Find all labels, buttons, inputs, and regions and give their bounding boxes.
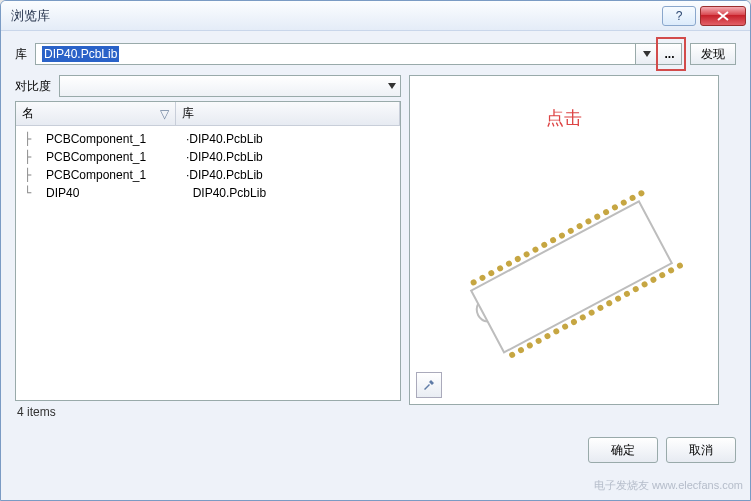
- cancel-button[interactable]: 取消: [666, 437, 736, 463]
- window-buttons: ?: [662, 6, 746, 26]
- svg-point-35: [632, 285, 640, 293]
- ok-button[interactable]: 确定: [588, 437, 658, 463]
- svg-point-16: [602, 208, 610, 216]
- library-field: DIP40.PcbLib ...: [35, 43, 682, 65]
- tree-branch-icon: ├: [24, 150, 46, 164]
- svg-point-14: [584, 217, 592, 225]
- svg-point-5: [505, 260, 513, 268]
- svg-point-19: [629, 194, 637, 202]
- svg-point-7: [523, 250, 531, 258]
- contrast-select[interactable]: [59, 75, 401, 97]
- ellipsis-icon: ...: [664, 47, 674, 61]
- svg-point-40: [676, 262, 684, 270]
- svg-point-25: [543, 332, 551, 340]
- svg-point-29: [579, 313, 587, 321]
- titlebar: 浏览库 ?: [1, 1, 750, 31]
- svg-point-34: [623, 290, 631, 298]
- library-row: 库 DIP40.PcbLib ... 发现: [15, 43, 736, 65]
- help-icon: ?: [676, 9, 683, 23]
- svg-rect-0: [471, 201, 672, 352]
- svg-point-21: [508, 351, 516, 359]
- ok-label: 确定: [611, 443, 635, 457]
- svg-point-37: [649, 276, 657, 284]
- tree-branch-icon: ├: [24, 168, 46, 182]
- watermark-text: 电子发烧友 www.elecfans.com: [594, 478, 743, 493]
- column-lib-label: 库: [182, 105, 194, 122]
- preview-frame: 点击: [409, 75, 719, 405]
- svg-point-3: [487, 269, 495, 277]
- tree-branch-icon: └: [24, 186, 46, 200]
- svg-point-33: [614, 294, 622, 302]
- wrench-icon: [422, 378, 436, 392]
- chevron-down-icon: [388, 83, 396, 89]
- discover-label: 发现: [701, 47, 725, 61]
- tree-body: ├ PCBComponent_1 · DIP40.PcbLib ├ PCBCom…: [16, 126, 400, 206]
- item-lib: DIP40.PcbLib: [189, 150, 262, 164]
- svg-point-12: [567, 227, 575, 235]
- svg-point-32: [605, 299, 613, 307]
- svg-point-39: [667, 266, 675, 274]
- item-lib: DIP40.PcbLib: [189, 168, 262, 182]
- svg-point-13: [576, 222, 584, 230]
- item-name: PCBComponent_1: [46, 150, 186, 164]
- svg-point-8: [531, 246, 539, 254]
- footprint-preview: [430, 186, 700, 386]
- library-value: DIP40.PcbLib: [42, 46, 119, 62]
- svg-point-26: [552, 327, 560, 335]
- svg-point-1: [470, 278, 478, 286]
- discover-button[interactable]: 发现: [690, 43, 736, 65]
- column-name[interactable]: 名 ▽: [16, 102, 176, 125]
- svg-point-6: [514, 255, 522, 263]
- contrast-row: 对比度: [15, 75, 401, 97]
- contrast-label: 对比度: [15, 78, 51, 95]
- list-item[interactable]: └ DIP40 DIP40.PcbLib: [18, 184, 398, 202]
- svg-point-4: [496, 264, 504, 272]
- svg-point-11: [558, 231, 566, 239]
- browse-highlight: ...: [658, 43, 682, 65]
- configure-preview-button[interactable]: [416, 372, 442, 398]
- list-item[interactable]: ├ PCBComponent_1 · DIP40.PcbLib: [18, 148, 398, 166]
- annotation-text: 点击: [546, 106, 582, 130]
- svg-point-15: [593, 213, 601, 221]
- svg-point-17: [611, 203, 619, 211]
- column-name-label: 名: [22, 105, 34, 122]
- svg-point-9: [540, 241, 548, 249]
- library-label: 库: [15, 46, 27, 63]
- list-item[interactable]: ├ PCBComponent_1 · DIP40.PcbLib: [18, 166, 398, 184]
- library-input[interactable]: DIP40.PcbLib: [35, 43, 636, 65]
- column-lib[interactable]: 库: [176, 102, 400, 125]
- help-button[interactable]: ?: [662, 6, 696, 26]
- svg-point-31: [596, 304, 604, 312]
- item-lib: DIP40.PcbLib: [193, 186, 266, 200]
- item-name: PCBComponent_1: [46, 132, 186, 146]
- item-count: 4 items: [15, 401, 401, 419]
- library-dropdown-button[interactable]: [636, 43, 658, 65]
- dialog-window: 浏览库 ? 库 DIP40.PcbLib ...: [0, 0, 751, 501]
- right-panel: 点击: [409, 75, 736, 419]
- cancel-label: 取消: [689, 443, 713, 457]
- tree-branch-icon: ├: [24, 132, 46, 146]
- dialog-body: 库 DIP40.PcbLib ... 发现: [1, 31, 750, 427]
- chevron-down-icon: [643, 51, 651, 57]
- svg-point-36: [641, 280, 649, 288]
- svg-point-28: [570, 318, 578, 326]
- list-item[interactable]: ├ PCBComponent_1 · DIP40.PcbLib: [18, 130, 398, 148]
- sort-desc-icon: ▽: [160, 107, 169, 121]
- svg-point-23: [526, 341, 534, 349]
- item-lib: DIP40.PcbLib: [189, 132, 262, 146]
- svg-point-20: [637, 189, 645, 197]
- svg-point-30: [588, 309, 596, 317]
- close-icon: [717, 11, 729, 21]
- component-list: 名 ▽ 库 ├ PCBComponent_1 · DIP40.PcbLib: [15, 101, 401, 401]
- svg-point-27: [561, 323, 569, 331]
- window-title: 浏览库: [5, 7, 662, 25]
- browse-button[interactable]: ...: [658, 43, 682, 65]
- svg-point-24: [535, 337, 543, 345]
- item-name: DIP40: [46, 186, 186, 200]
- svg-point-22: [517, 346, 525, 354]
- svg-point-2: [478, 274, 486, 282]
- dialog-footer: 确定 取消: [1, 427, 750, 473]
- close-button[interactable]: [700, 6, 746, 26]
- list-header: 名 ▽ 库: [16, 102, 400, 126]
- svg-point-18: [620, 199, 628, 207]
